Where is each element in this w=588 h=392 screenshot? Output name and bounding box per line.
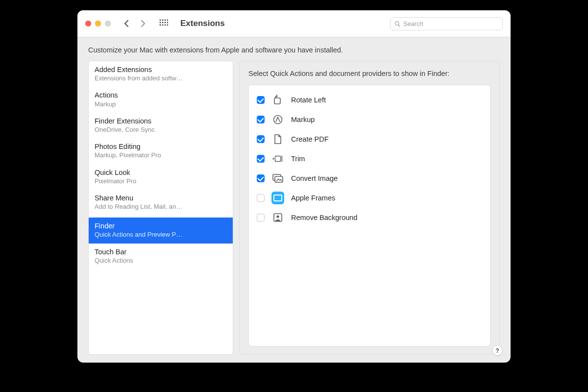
convert-image-icon bbox=[271, 172, 284, 185]
svg-point-11 bbox=[167, 24, 168, 26]
svg-point-1 bbox=[162, 20, 164, 21]
quick-action-row: Markup bbox=[257, 110, 482, 129]
sidebar-item-title: Share Menu bbox=[95, 194, 227, 202]
sidebar-item-subtitle: OneDrive, Core Sync bbox=[95, 126, 227, 134]
toolbar: Extensions bbox=[77, 10, 511, 37]
minimize-window-button[interactable] bbox=[95, 21, 101, 26]
sidebar-item-subtitle: Add to Reading List, Mail, an… bbox=[95, 203, 227, 211]
help-button[interactable]: ? bbox=[492, 345, 503, 356]
checkbox-markup[interactable] bbox=[257, 116, 265, 123]
sidebar-item-title: Touch Bar bbox=[95, 247, 227, 256]
content-area: Customize your Mac with extensions from … bbox=[77, 37, 511, 363]
svg-point-9 bbox=[162, 24, 164, 26]
svg-point-3 bbox=[167, 20, 168, 21]
search-input[interactable] bbox=[403, 20, 498, 27]
svg-rect-14 bbox=[274, 98, 280, 104]
sidebar-item-photos-editing[interactable]: Photos Editing Markup, Pixelmator Pro bbox=[89, 138, 233, 164]
sidebar-item-title: Quick Look bbox=[95, 168, 227, 177]
close-window-button[interactable] bbox=[85, 21, 91, 26]
remove-background-icon bbox=[271, 211, 284, 224]
back-button[interactable] bbox=[121, 18, 132, 29]
show-all-prefs-button[interactable] bbox=[159, 19, 169, 28]
sidebar-item-title: Photos Editing bbox=[95, 142, 227, 151]
category-sidebar: Added Extensions Extensions from added s… bbox=[88, 61, 233, 355]
sidebar-item-title: Added Extensions bbox=[95, 65, 227, 74]
window-controls bbox=[85, 21, 111, 26]
quick-action-label: Convert Image bbox=[291, 174, 338, 182]
apple-frames-icon bbox=[271, 192, 284, 204]
checkbox-rotate-left[interactable] bbox=[257, 96, 265, 104]
sidebar-item-title: Actions bbox=[95, 91, 227, 99]
quick-actions-list: Rotate Left Markup Cre bbox=[248, 85, 490, 346]
quick-action-label: Create PDF bbox=[291, 135, 329, 143]
search-field[interactable] bbox=[390, 17, 503, 30]
rotate-left-icon bbox=[271, 94, 284, 106]
quick-action-row: Trim bbox=[257, 149, 482, 169]
sidebar-item-title: Finder bbox=[95, 221, 227, 230]
document-icon bbox=[271, 133, 284, 146]
checkbox-remove-background[interactable] bbox=[257, 214, 265, 221]
trim-icon bbox=[271, 152, 284, 165]
forward-button[interactable] bbox=[137, 18, 149, 29]
markup-icon bbox=[271, 113, 284, 126]
preferences-window: Extensions Customize your Mac with exten… bbox=[77, 10, 511, 363]
svg-point-7 bbox=[167, 22, 168, 24]
quick-action-row: Create PDF bbox=[257, 129, 482, 149]
quick-action-row: Apple Frames bbox=[257, 188, 482, 208]
svg-point-2 bbox=[165, 20, 166, 21]
quick-action-label: Trim bbox=[291, 155, 305, 163]
quick-action-label: Apple Frames bbox=[291, 194, 335, 202]
quick-action-row: Rotate Left bbox=[257, 90, 482, 110]
sidebar-item-actions[interactable]: Actions Markup bbox=[89, 87, 233, 112]
quick-action-row: Remove Background bbox=[257, 208, 482, 227]
svg-point-8 bbox=[160, 24, 161, 26]
search-icon bbox=[394, 21, 400, 27]
svg-point-10 bbox=[165, 24, 166, 26]
sidebar-item-title: Finder Extensions bbox=[95, 117, 227, 125]
svg-point-0 bbox=[160, 20, 161, 21]
sidebar-item-share-menu[interactable]: Share Menu Add to Reading List, Mail, an… bbox=[89, 190, 233, 215]
svg-point-21 bbox=[276, 215, 279, 218]
zoom-window-button[interactable] bbox=[105, 21, 111, 26]
sidebar-item-finder[interactable]: Finder Quick Actions and Preview P… bbox=[89, 218, 233, 243]
sidebar-item-touch-bar[interactable]: Touch Bar Quick Actions bbox=[89, 244, 233, 269]
window-title: Extensions bbox=[180, 19, 225, 28]
sidebar-item-subtitle: Markup, Pixelmator Pro bbox=[95, 151, 227, 159]
quick-action-label: Markup bbox=[291, 116, 315, 123]
sidebar-item-subtitle: Pixelmator Pro bbox=[95, 177, 227, 185]
svg-point-5 bbox=[162, 22, 164, 24]
sidebar-item-subtitle: Quick Actions and Preview P… bbox=[95, 231, 227, 239]
checkbox-convert-image[interactable] bbox=[257, 174, 265, 182]
quick-action-row: Convert Image bbox=[257, 169, 482, 188]
quick-action-label: Remove Background bbox=[291, 214, 357, 221]
svg-rect-16 bbox=[275, 156, 280, 161]
sidebar-item-subtitle: Markup bbox=[95, 100, 227, 108]
detail-pane: Select Quick Actions and document provid… bbox=[239, 61, 500, 355]
checkbox-create-pdf[interactable] bbox=[257, 135, 265, 143]
sidebar-item-subtitle: Extensions from added softw… bbox=[95, 74, 227, 82]
svg-line-13 bbox=[398, 24, 400, 26]
sidebar-item-quick-look[interactable]: Quick Look Pixelmator Pro bbox=[89, 164, 233, 190]
checkbox-apple-frames[interactable] bbox=[257, 194, 265, 202]
checkbox-trim[interactable] bbox=[257, 155, 265, 163]
svg-point-4 bbox=[160, 22, 161, 24]
sidebar-item-added-extensions[interactable]: Added Extensions Extensions from added s… bbox=[89, 61, 233, 87]
svg-point-15 bbox=[274, 115, 282, 123]
svg-point-6 bbox=[165, 22, 166, 24]
pane-heading: Select Quick Actions and document provid… bbox=[248, 69, 490, 79]
sidebar-item-finder-extensions[interactable]: Finder Extensions OneDrive, Core Sync bbox=[89, 113, 233, 138]
quick-action-label: Rotate Left bbox=[291, 96, 326, 104]
page-description: Customize your Mac with extensions from … bbox=[88, 46, 500, 54]
sidebar-item-subtitle: Quick Actions bbox=[95, 257, 227, 265]
